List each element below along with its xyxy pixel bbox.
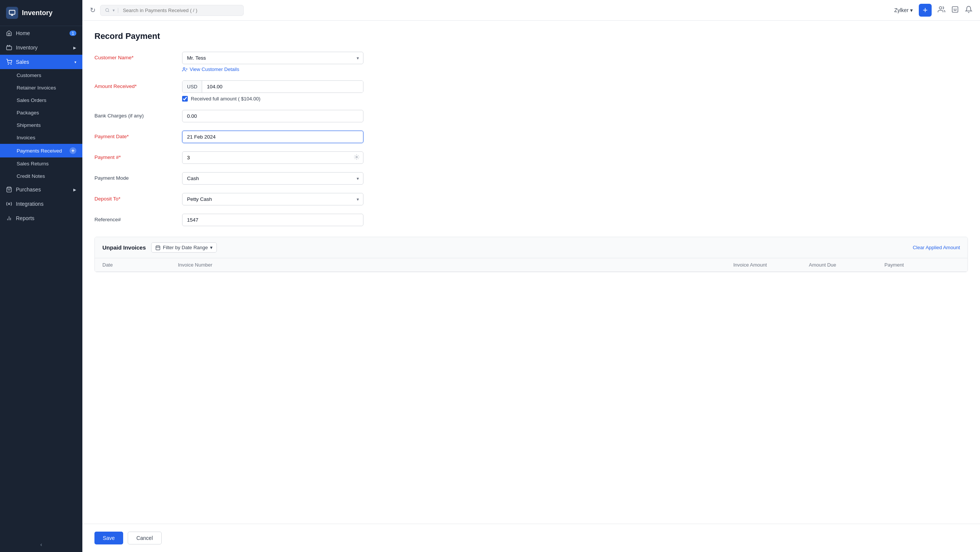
- sales-arrow-icon: ▾: [75, 60, 76, 64]
- home-badge: 1: [70, 30, 76, 36]
- col-amount-due: Amount Due: [809, 262, 885, 268]
- customer-name-row: Customer Name* Mr. Tess View Customer De…: [94, 52, 968, 72]
- svg-rect-0: [10, 10, 15, 14]
- deposit-to-control: Petty Cash: [182, 193, 363, 205]
- sidebar-sub-shipments[interactable]: Shipments: [0, 119, 82, 132]
- org-dropdown-icon: ▾: [910, 7, 913, 13]
- sidebar-item-home[interactable]: Home 1: [0, 26, 82, 40]
- payment-mode-control: Cash: [182, 172, 363, 185]
- search-icon: [105, 8, 110, 13]
- payment-num-row: Payment #*: [94, 151, 968, 164]
- sidebar-item-purchases[interactable]: Purchases ▶: [0, 182, 82, 197]
- sub-customers-label: Customers: [17, 73, 41, 78]
- filter-dropdown-icon: ▾: [210, 245, 213, 250]
- amount-received-row: Amount Received* USD Received full amoun…: [94, 81, 968, 102]
- view-customer-icon: [182, 67, 188, 72]
- svg-rect-1: [6, 46, 11, 50]
- home-label: Home: [16, 30, 30, 36]
- amount-received-label: Amount Received*: [94, 81, 170, 89]
- full-amount-label: Received full amount ( $104.00): [191, 96, 260, 102]
- reference-input[interactable]: [182, 214, 363, 226]
- global-add-button[interactable]: +: [919, 4, 932, 17]
- payment-date-control: [182, 131, 363, 143]
- sidebar-sub-sales-orders[interactable]: Sales Orders: [0, 94, 82, 106]
- deposit-to-label: Deposit To*: [94, 193, 170, 201]
- sidebar-item-reports[interactable]: Reports: [0, 211, 82, 225]
- svg-point-9: [106, 8, 109, 11]
- contacts-icon[interactable]: [938, 6, 945, 15]
- sub-invoices-label: Invoices: [17, 135, 35, 140]
- sidebar-item-inventory[interactable]: Inventory ▶: [0, 40, 82, 55]
- inventory-label: Inventory: [16, 44, 38, 51]
- payment-date-input[interactable]: [182, 131, 363, 143]
- sub-sales-orders-label: Sales Orders: [17, 97, 46, 103]
- view-customer-link[interactable]: View Customer Details: [182, 67, 363, 72]
- payment-mode-select-wrapper: Cash: [182, 172, 363, 185]
- sub-credit-notes-label: Credit Notes: [17, 173, 45, 179]
- settings-icon[interactable]: [951, 6, 959, 15]
- customer-name-label: Customer Name*: [94, 52, 170, 60]
- search-bar[interactable]: ▾: [100, 5, 244, 16]
- unpaid-invoices-section: Unpaid Invoices Filter by Date Range ▾ C…: [94, 237, 968, 272]
- sub-shipments-label: Shipments: [17, 122, 41, 128]
- topbar: ↻ ▾ Zylker ▾ +: [82, 0, 980, 21]
- customer-name-control: Mr. Tess View Customer Details: [182, 52, 363, 72]
- bank-charges-label: Bank Charges (if any): [94, 110, 170, 119]
- deposit-to-select[interactable]: Petty Cash: [182, 193, 363, 205]
- org-selector[interactable]: Zylker ▾: [894, 7, 913, 13]
- action-bar: Save Cancel: [82, 524, 980, 552]
- sidebar-sub-credit-notes[interactable]: Credit Notes: [0, 170, 82, 182]
- sidebar-sub-payments-received[interactable]: Payments Received +: [0, 144, 82, 157]
- bank-charges-input[interactable]: [182, 110, 363, 122]
- sidebar-sub-sales-returns[interactable]: Sales Returns: [0, 157, 82, 170]
- sidebar-sub-retainer-invoices[interactable]: Retainer Invoices: [0, 82, 82, 94]
- svg-point-2: [8, 64, 8, 64]
- payment-num-input[interactable]: [182, 151, 363, 164]
- sidebar-sub-customers[interactable]: Customers: [0, 69, 82, 82]
- sub-payments-label: Payments Received: [17, 148, 62, 154]
- search-input[interactable]: [123, 8, 239, 13]
- amount-input[interactable]: [202, 81, 363, 92]
- sub-packages-label: Packages: [17, 110, 39, 116]
- org-name: Zylker: [894, 7, 908, 13]
- payment-mode-label: Payment Mode: [94, 172, 170, 181]
- inventory-arrow-icon: ▶: [73, 46, 76, 50]
- deposit-to-select-wrapper: Petty Cash: [182, 193, 363, 205]
- unpaid-invoices-title: Unpaid Invoices: [102, 244, 146, 251]
- svg-line-10: [108, 11, 109, 12]
- app-logo[interactable]: Inventory: [0, 0, 82, 26]
- full-amount-checkbox[interactable]: [182, 96, 188, 102]
- cancel-button[interactable]: Cancel: [128, 531, 162, 544]
- payment-date-row: Payment Date*: [94, 131, 968, 143]
- sidebar-item-integrations[interactable]: Integrations: [0, 197, 82, 211]
- clear-applied-amount-link[interactable]: Clear Applied Amount: [913, 245, 960, 250]
- payments-received-plus-icon[interactable]: +: [70, 147, 76, 154]
- sidebar-collapse-btn[interactable]: ‹: [0, 537, 82, 552]
- payment-num-input-wrapper: [182, 151, 363, 164]
- save-button[interactable]: Save: [94, 531, 123, 544]
- main-area: ↻ ▾ Zylker ▾ + Record Payment: [82, 0, 980, 552]
- sidebar-sub-packages[interactable]: Packages: [0, 106, 82, 119]
- svg-point-13: [183, 67, 185, 69]
- payment-num-settings-icon[interactable]: [354, 154, 360, 162]
- bank-charges-row: Bank Charges (if any): [94, 110, 968, 122]
- sidebar-sub-invoices[interactable]: Invoices: [0, 132, 82, 144]
- sidebar-item-sales[interactable]: Sales ▾: [0, 55, 82, 69]
- refresh-icon[interactable]: ↻: [90, 6, 95, 14]
- notifications-icon[interactable]: [965, 6, 972, 15]
- search-filter-arrow[interactable]: ▾: [113, 8, 118, 13]
- payment-num-control: [182, 151, 363, 164]
- payment-num-label: Payment #*: [94, 151, 170, 160]
- payment-mode-select[interactable]: Cash: [182, 172, 363, 185]
- sales-label: Sales: [16, 59, 29, 65]
- currency-input-wrapper: USD: [182, 81, 363, 93]
- unpaid-invoices-table-header: Date Invoice Number Invoice Amount Amoun…: [95, 258, 967, 272]
- payment-date-label: Payment Date*: [94, 131, 170, 139]
- logo-icon: [6, 7, 18, 19]
- purchases-arrow-icon: ▶: [73, 188, 76, 192]
- col-payment: Payment: [885, 262, 960, 268]
- filter-date-range-button[interactable]: Filter by Date Range ▾: [151, 243, 217, 252]
- currency-code: USD: [183, 81, 202, 92]
- customer-name-select[interactable]: Mr. Tess: [182, 52, 363, 64]
- svg-point-11: [939, 6, 942, 9]
